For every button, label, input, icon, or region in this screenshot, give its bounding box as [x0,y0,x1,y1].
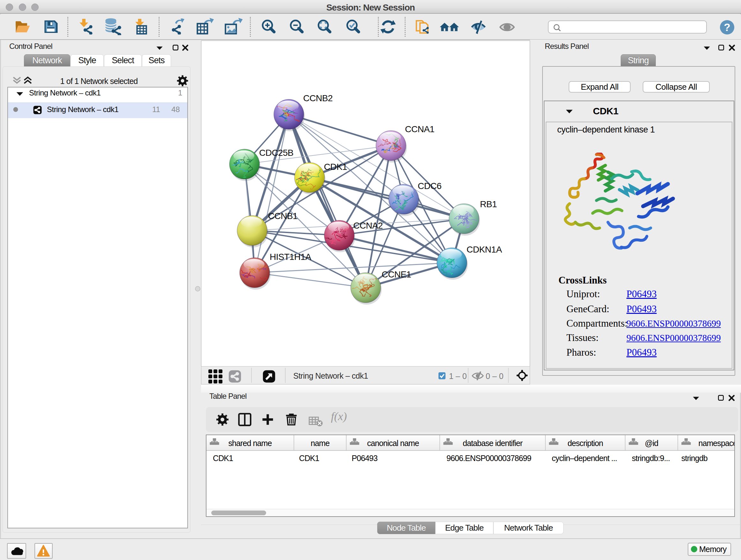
svg-text:CDC6: CDC6 [418,181,441,191]
svg-text:HIST1H1A: HIST1H1A [270,252,312,262]
svg-text:CDK1: CDK1 [324,162,347,172]
svg-text:CCNA2: CCNA2 [353,221,383,231]
svg-text:CDC25B: CDC25B [259,148,293,158]
svg-text:CCNB1: CCNB1 [268,211,297,221]
svg-text:CCNE1: CCNE1 [382,269,411,279]
svg-text:CCNB2: CCNB2 [303,93,333,103]
svg-text:?: ? [724,21,730,33]
svg-text:CCNA1: CCNA1 [405,124,434,134]
svg-text:CDKN1A: CDKN1A [467,245,502,254]
svg-text:RB1: RB1 [480,199,497,209]
